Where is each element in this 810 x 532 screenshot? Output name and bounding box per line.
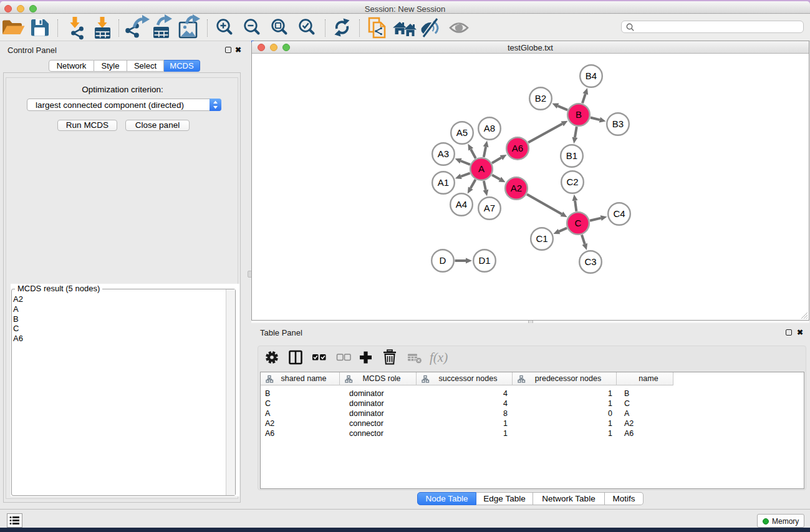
svg-text:C4: C4 <box>613 208 625 219</box>
svg-text:A5: A5 <box>456 127 468 138</box>
svg-text:C2: C2 <box>566 177 578 187</box>
svg-text:A1: A1 <box>438 177 449 188</box>
svg-text:A6: A6 <box>512 143 523 153</box>
svg-text:B4: B4 <box>586 70 597 81</box>
svg-text:D: D <box>440 255 446 266</box>
svg-text:B1: B1 <box>566 150 577 161</box>
svg-text:A8: A8 <box>484 123 495 133</box>
svg-text:D1: D1 <box>478 255 490 266</box>
svg-text:A2: A2 <box>511 183 522 193</box>
svg-text:C3: C3 <box>584 256 596 267</box>
svg-text:A4: A4 <box>456 199 467 210</box>
svg-text:C1: C1 <box>536 233 547 244</box>
svg-text:A: A <box>478 163 485 174</box>
svg-text:A3: A3 <box>438 148 449 159</box>
svg-text:f(x): f(x) <box>430 350 448 365</box>
svg-text:C: C <box>575 218 582 228</box>
svg-text:B2: B2 <box>535 93 546 104</box>
svg-text:A7: A7 <box>484 203 495 213</box>
svg-text:B3: B3 <box>612 118 624 129</box>
svg-text:B: B <box>576 109 582 120</box>
